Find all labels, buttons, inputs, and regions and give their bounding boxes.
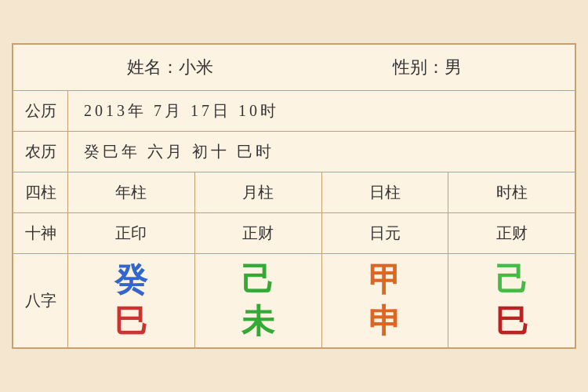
shishen-hour: 正财 <box>448 213 575 253</box>
solar-label: 公历 <box>13 91 68 131</box>
solar-row: 公历 2013年 7月 17日 10时 <box>13 91 575 132</box>
shishen-row: 十神 正印 正财 日元 正财 <box>13 213 575 254</box>
bazhi-row: 八字 癸 巳 己 未 甲 申 己 巳 <box>13 254 575 347</box>
bazhi-col-1: 己 未 <box>195 254 322 347</box>
lunar-label: 农历 <box>13 132 68 172</box>
pillars-row: 四柱 年柱 月柱 日柱 时柱 <box>13 172 575 213</box>
shishen-label: 十神 <box>13 213 68 253</box>
shishen-day: 日元 <box>322 213 449 253</box>
lunar-value: 癸巳年 六月 初十 巳时 <box>68 132 290 172</box>
bazhi-col-0: 癸 巳 <box>68 254 195 347</box>
pillar-hour: 时柱 <box>448 172 575 212</box>
bazhi-month-bottom: 未 <box>241 303 274 339</box>
pillar-year: 年柱 <box>68 172 195 212</box>
pillars-label: 四柱 <box>13 172 68 212</box>
gender-label: 性别：男 <box>393 56 462 79</box>
bazhi-label: 八字 <box>13 254 68 347</box>
pillar-month: 月柱 <box>195 172 322 212</box>
lunar-row: 农历 癸巳年 六月 初十 巳时 <box>13 132 575 172</box>
solar-value: 2013年 7月 17日 10时 <box>68 91 295 131</box>
bazhi-day-top: 甲 <box>368 262 401 298</box>
pillar-day: 日柱 <box>322 172 449 212</box>
shishen-month: 正财 <box>195 213 322 253</box>
bazhi-year-top: 癸 <box>114 262 147 298</box>
name-label: 姓名：小米 <box>127 56 213 79</box>
bazhi-day-bottom: 申 <box>368 303 401 339</box>
bazhi-col-2: 甲 申 <box>322 254 449 347</box>
bazhi-col-3: 己 巳 <box>448 254 575 347</box>
bazhi-hour-top: 己 <box>495 262 528 298</box>
bazhi-hour-bottom: 巳 <box>495 303 528 339</box>
bazhi-year-bottom: 巳 <box>114 303 147 339</box>
shishen-year: 正印 <box>68 213 195 253</box>
main-container: 姓名：小米 性别：男 公历 2013年 7月 17日 10时 农历 癸巳年 六月… <box>12 43 576 348</box>
header-row: 姓名：小米 性别：男 <box>13 45 575 91</box>
bazhi-month-top: 己 <box>241 262 274 298</box>
